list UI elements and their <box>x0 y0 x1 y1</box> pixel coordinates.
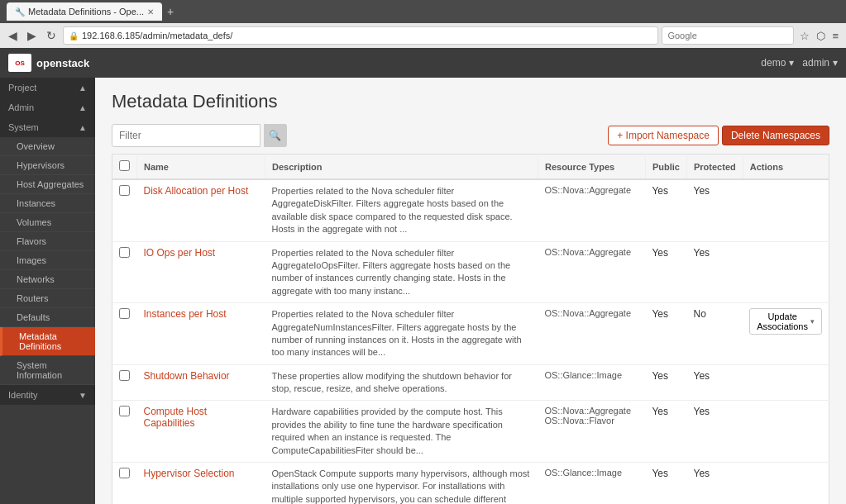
os-logo-icon: OS <box>8 54 31 72</box>
browser-search-input[interactable] <box>662 26 794 45</box>
row-name-link[interactable]: Instances per Host <box>144 308 227 320</box>
row-public-cell: Yes <box>645 463 686 504</box>
demo-dropdown[interactable]: demo ▾ <box>761 57 794 69</box>
filter-input[interactable] <box>112 124 260 147</box>
row-description-cell: Properties related to the Nova scheduler… <box>265 179 538 241</box>
table-row: Shutdown BehaviorThese properties allow … <box>112 364 829 401</box>
sidebar-item-label: Routers <box>17 293 49 303</box>
row-resource-types-cell: OS::Nova::Aggregate <box>538 241 645 303</box>
sidebar: Project ▲ Admin ▲ System ▲ Overview Hype… <box>0 78 95 504</box>
sidebar-item-overview[interactable]: Overview <box>0 137 95 156</box>
sidebar-admin-label: Admin <box>8 102 34 112</box>
forward-button[interactable]: ▶ <box>24 27 40 44</box>
sidebar-section-system[interactable]: System ▲ <box>0 117 95 137</box>
demo-chevron-icon: ▾ <box>789 57 794 69</box>
row-protected-cell: No <box>686 303 743 365</box>
os-logo[interactable]: OS openstack <box>8 54 89 72</box>
row-checkbox[interactable] <box>119 185 130 196</box>
row-name-cell: Instances per Host <box>137 303 265 365</box>
row-resource-types-cell: OS::Nova::AggregateOS::Nova::Flavor <box>538 401 645 463</box>
row-actions-cell <box>743 179 829 241</box>
row-public-cell: Yes <box>645 241 686 303</box>
row-description-text: OpenStack Compute supports many hypervis… <box>272 468 530 504</box>
row-description-cell: Properties related to the Nova scheduler… <box>265 303 538 365</box>
data-table: Name Description Resource Types Public P… <box>112 154 829 504</box>
back-button[interactable]: ◀ <box>5 27 21 44</box>
sidebar-section-project[interactable]: Project ▲ <box>0 78 95 97</box>
row-resource-types-cell: OS::Glance::Image <box>538 463 645 504</box>
system-collapse-icon: ▲ <box>79 123 87 132</box>
row-name-link[interactable]: Hypervisor Selection <box>144 468 235 479</box>
bookmark-icon[interactable]: ☆ <box>797 28 812 44</box>
toolbar: 🔍 + Import Namespace Delete Namespaces <box>112 124 829 147</box>
row-name-cell: Hypervisor Selection <box>137 463 265 504</box>
browser-chrome: 🔧 Metadata Definitions - Ope... ✕ + <box>0 0 846 23</box>
sidebar-item-networks[interactable]: Networks <box>0 270 95 289</box>
sidebar-item-volumes[interactable]: Volumes <box>0 213 95 232</box>
row-description-cell: OpenStack Compute supports many hypervis… <box>265 463 538 504</box>
tab-close-icon[interactable]: ✕ <box>147 7 154 17</box>
th-resource-types: Resource Types <box>538 155 645 180</box>
row-checkbox-cell <box>112 364 137 401</box>
row-description-cell: These properties allow modifying the shu… <box>265 364 538 401</box>
filter-area: 🔍 <box>112 124 287 147</box>
browser-tab[interactable]: 🔧 Metadata Definitions - Ope... ✕ <box>7 2 162 21</box>
row-name-link[interactable]: Disk Allocation per Host <box>144 185 249 197</box>
admin-label: admin <box>802 57 829 69</box>
row-protected-cell: Yes <box>686 401 743 463</box>
row-checkbox[interactable] <box>119 406 130 416</box>
delete-namespaces-button[interactable]: Delete Namespaces <box>722 126 829 145</box>
sidebar-item-flavors[interactable]: Flavors <box>0 232 95 251</box>
os-header-right: demo ▾ admin ▾ <box>761 57 838 69</box>
sidebar-item-system-information[interactable]: System Information <box>0 356 95 385</box>
row-checkbox[interactable] <box>119 308 130 319</box>
import-namespace-button[interactable]: + Import Namespace <box>608 126 719 145</box>
menu-icon[interactable]: ≡ <box>829 28 841 44</box>
admin-dropdown[interactable]: admin ▾ <box>802 57 838 69</box>
row-checkbox[interactable] <box>119 247 130 258</box>
row-checkbox-cell <box>112 463 137 504</box>
sidebar-item-hypervisors[interactable]: Hypervisors <box>0 156 95 175</box>
sidebar-item-label: Defaults <box>17 312 50 322</box>
row-actions-cell: Update Associations ▾ <box>743 303 829 365</box>
sidebar-item-label: Networks <box>17 274 55 284</box>
row-name-cell: Compute Host Capabilities <box>137 401 265 463</box>
new-tab-icon[interactable]: + <box>167 5 174 18</box>
sidebar-section-identity[interactable]: Identity ▼ <box>0 385 95 405</box>
row-description-text: Properties related to the Nova scheduler… <box>272 309 522 357</box>
sidebar-item-images[interactable]: Images <box>0 251 95 270</box>
demo-label: demo <box>761 57 786 69</box>
row-description-cell: Properties related to the Nova scheduler… <box>265 241 538 303</box>
select-all-checkbox[interactable] <box>119 160 130 171</box>
row-checkbox[interactable] <box>119 468 130 478</box>
filter-search-button[interactable]: 🔍 <box>264 124 287 147</box>
row-name-link[interactable]: Shutdown Behavior <box>144 370 230 382</box>
row-description-text: These properties allow modifying the shu… <box>272 371 512 393</box>
row-description-cell: Hardware capabilities provided by the co… <box>265 401 538 463</box>
row-resource-types-cell: OS::Glance::Image <box>538 364 645 401</box>
row-protected-cell: Yes <box>686 463 743 504</box>
resource-tag: OS::Nova::Flavor <box>544 416 638 426</box>
row-name-link[interactable]: IO Ops per Host <box>144 247 216 259</box>
row-checkbox-cell <box>112 303 137 365</box>
sidebar-item-defaults[interactable]: Defaults <box>0 308 95 327</box>
extensions-icon[interactable]: ⬡ <box>814 28 828 44</box>
resource-tag: OS::Glance::Image <box>544 370 638 380</box>
sidebar-item-routers[interactable]: Routers <box>0 289 95 308</box>
sidebar-item-instances[interactable]: Instances <box>0 194 95 213</box>
sidebar-item-host-aggregates[interactable]: Host Aggregates <box>0 175 95 194</box>
row-protected-cell: Yes <box>686 179 743 241</box>
sidebar-section-admin[interactable]: Admin ▲ <box>0 97 95 117</box>
project-collapse-icon: ▲ <box>79 83 87 93</box>
row-description-text: Properties related to the Nova scheduler… <box>272 248 511 296</box>
th-protected: Protected <box>686 155 743 180</box>
row-checkbox[interactable] <box>119 370 130 381</box>
table-header-row: Name Description Resource Types Public P… <box>112 155 829 180</box>
row-name-link[interactable]: Compute Host Capabilities <box>144 406 208 429</box>
resource-tag: OS::Glance::Image <box>544 468 638 478</box>
reload-button[interactable]: ↻ <box>43 27 60 44</box>
sidebar-item-metadata-definitions[interactable]: Metadata Definitions <box>0 327 95 356</box>
update-associations-button[interactable]: Update Associations ▾ <box>749 308 822 335</box>
url-bar[interactable]: 🔒 192.168.6.185/admin/metadata_defs/ <box>63 26 658 45</box>
sidebar-item-label: Hypervisors <box>17 160 65 170</box>
